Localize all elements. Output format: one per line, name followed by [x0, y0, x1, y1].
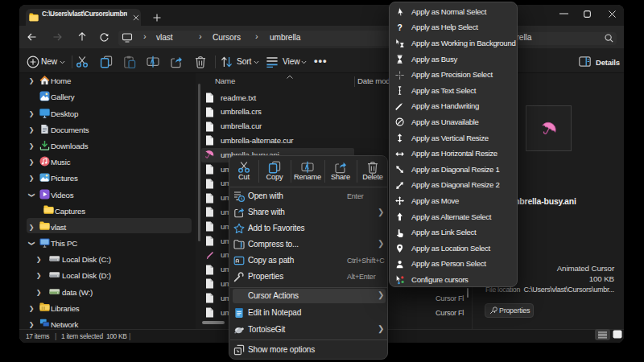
svg-text:?: ? — [397, 23, 402, 32]
